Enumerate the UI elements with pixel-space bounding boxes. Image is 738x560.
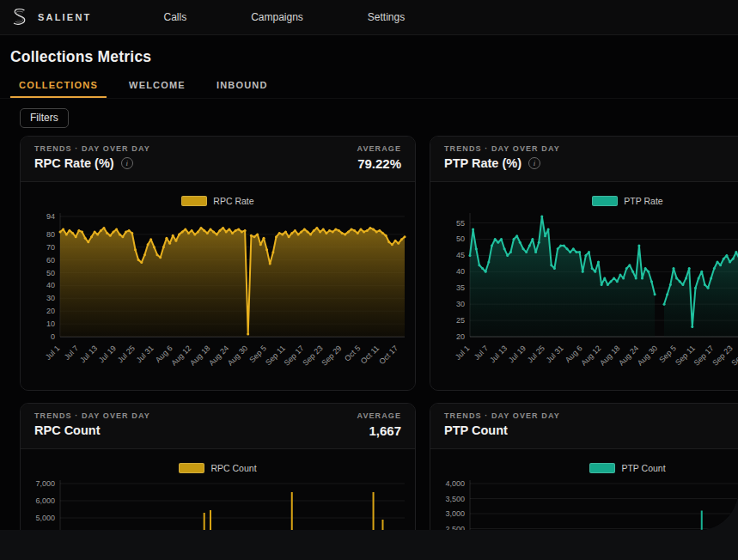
- legend-label: RPC Count: [210, 463, 256, 473]
- app-window: SALIENT Calls Campaigns Settings Collect…: [0, 0, 738, 530]
- card-title: RPC Rate (%): [34, 156, 114, 170]
- top-navbar: SALIENT Calls Campaigns Settings: [0, 0, 738, 35]
- svg-text:Jul 13: Jul 13: [78, 344, 99, 364]
- info-icon[interactable]: i: [528, 157, 540, 169]
- chart-legend: PTP Rate: [436, 196, 738, 206]
- legend-label: PTP Rate: [624, 196, 662, 206]
- card-ptp-rate-header: TRENDS · DAY OVER DAY PTP Rate (%) i: [430, 137, 738, 182]
- svg-text:Jul 31: Jul 31: [545, 344, 565, 364]
- svg-text:20: 20: [46, 307, 55, 315]
- ptp-count-chart: 05001,0001,5002,0002,5003,0003,5004,000J…: [436, 475, 738, 530]
- svg-text:Jul 1: Jul 1: [44, 344, 62, 362]
- svg-text:70: 70: [46, 243, 55, 252]
- card-title: PTP Count: [444, 423, 508, 437]
- legend-label: PTP Count: [621, 463, 665, 473]
- card-rpc-count: TRENDS · DAY OVER DAY RPC Count i AVERAG…: [20, 403, 416, 530]
- svg-text:30: 30: [456, 300, 465, 308]
- chart-legend: PTP Count: [436, 463, 738, 473]
- rpc-count-chart: 01,0002,0003,0004,0005,0006,0007,000Jul …: [26, 475, 412, 530]
- chart-legend: RPC Count: [26, 463, 410, 473]
- tab-collections-label: COLLECTIONS: [19, 80, 98, 90]
- svg-text:7,000: 7,000: [35, 479, 55, 488]
- legend-swatch: [592, 196, 618, 206]
- nav-item-campaigns[interactable]: Campaigns: [251, 11, 303, 23]
- svg-text:55: 55: [456, 219, 465, 228]
- tab-bar: COLLECTIONS WELCOME INBOUND: [0, 72, 738, 99]
- svg-text:Aug 30: Aug 30: [636, 344, 659, 367]
- svg-text:Jul 31: Jul 31: [135, 344, 156, 364]
- card-ptp-count: TRENDS · DAY OVER DAY PTP Count i PTP Co…: [430, 403, 738, 530]
- svg-text:Jul 13: Jul 13: [488, 344, 509, 364]
- brand[interactable]: SALIENT: [9, 6, 91, 28]
- svg-text:Aug 30: Aug 30: [226, 344, 249, 367]
- svg-text:20: 20: [456, 332, 465, 341]
- card-body: PTP Rate 2025303540455055Jul 1Jul 7Jul 1…: [430, 182, 738, 390]
- svg-text:Jul 25: Jul 25: [526, 344, 546, 364]
- page-head: Collections Metrics: [0, 35, 738, 72]
- card-rpc-rate: TRENDS · DAY OVER DAY RPC Rate (%) i AVE…: [20, 136, 416, 391]
- ptp-rate-chart: 2025303540455055Jul 1Jul 7Jul 13Jul 19Ju…: [436, 208, 738, 385]
- svg-text:5,000: 5,000: [35, 514, 55, 522]
- svg-text:Oct 17: Oct 17: [377, 344, 399, 366]
- card-eyebrow: TRENDS · DAY OVER DAY: [444, 411, 560, 420]
- average-value: 1,667: [357, 423, 401, 438]
- legend-swatch: [589, 463, 615, 473]
- svg-text:Sep 23: Sep 23: [301, 344, 324, 367]
- average-label: AVERAGE: [357, 411, 401, 420]
- filters-button[interactable]: Filters: [20, 108, 69, 128]
- svg-text:2,500: 2,500: [445, 525, 465, 531]
- legend-swatch: [181, 196, 207, 206]
- tab-collections[interactable]: COLLECTIONS: [10, 72, 107, 98]
- card-average: AVERAGE 79.22%: [357, 144, 401, 171]
- card-eyebrow: TRENDS · DAY OVER DAY: [444, 144, 560, 153]
- svg-text:40: 40: [46, 281, 55, 289]
- chart-legend: RPC Rate: [26, 196, 410, 206]
- svg-text:50: 50: [46, 269, 55, 277]
- nav-item-calls[interactable]: Calls: [163, 11, 186, 23]
- svg-text:Sep 17: Sep 17: [692, 344, 716, 367]
- svg-text:40: 40: [456, 267, 465, 276]
- svg-text:Oct 11: Oct 11: [359, 344, 381, 365]
- tab-welcome[interactable]: WELCOME: [120, 72, 194, 98]
- tab-inbound[interactable]: INBOUND: [208, 72, 277, 98]
- card-rpc-count-header: TRENDS · DAY OVER DAY RPC Count i AVERAG…: [21, 404, 415, 449]
- svg-text:10: 10: [46, 320, 55, 328]
- svg-text:Sep 17: Sep 17: [283, 344, 306, 367]
- card-average: AVERAGE 1,667: [357, 411, 401, 438]
- svg-text:Sep 29: Sep 29: [320, 344, 343, 367]
- svg-text:60: 60: [46, 256, 55, 265]
- card-eyebrow: TRENDS · DAY OVER DAY: [34, 144, 150, 153]
- info-icon[interactable]: i: [121, 157, 133, 169]
- svg-text:50: 50: [456, 234, 465, 243]
- svg-text:Aug 12: Aug 12: [579, 344, 602, 367]
- svg-text:0: 0: [51, 332, 55, 341]
- svg-text:4,000: 4,000: [445, 479, 465, 488]
- svg-text:80: 80: [46, 230, 55, 239]
- card-body: PTP Count 05001,0001,5002,0002,5003,0003…: [430, 449, 738, 530]
- svg-text:3,000: 3,000: [445, 509, 465, 518]
- main-nav: Calls Campaigns Settings: [163, 11, 405, 23]
- svg-text:Jul 19: Jul 19: [507, 344, 528, 364]
- tab-inbound-label: INBOUND: [217, 80, 268, 90]
- svg-text:Jul 19: Jul 19: [97, 344, 118, 364]
- nav-item-settings[interactable]: Settings: [368, 11, 405, 23]
- card-body: RPC Count 01,0002,0003,0004,0005,0006,00…: [21, 449, 415, 530]
- card-title: RPC Count: [34, 423, 101, 437]
- card-title: PTP Rate (%): [444, 156, 521, 170]
- svg-text:3,500: 3,500: [445, 495, 465, 503]
- svg-text:Aug 24: Aug 24: [617, 344, 640, 367]
- svg-text:Aug 18: Aug 18: [598, 344, 621, 367]
- card-eyebrow: TRENDS · DAY OVER DAY: [34, 411, 150, 420]
- svg-text:Aug 18: Aug 18: [188, 344, 211, 367]
- svg-text:Sep 23: Sep 23: [711, 344, 734, 367]
- card-body: RPC Rate 0102030405060708094Jul 1Jul 7Ju…: [21, 182, 415, 390]
- legend-label: RPC Rate: [213, 196, 253, 206]
- card-ptp-count-header: TRENDS · DAY OVER DAY PTP Count i: [430, 404, 738, 449]
- svg-text:Jul 25: Jul 25: [116, 344, 137, 364]
- legend-swatch: [179, 463, 204, 473]
- svg-text:Aug 24: Aug 24: [207, 344, 230, 367]
- svg-text:Jul 1: Jul 1: [454, 344, 472, 362]
- salient-logo-icon: [9, 6, 31, 28]
- page-title: Collections Metrics: [10, 48, 728, 66]
- card-rpc-rate-header: TRENDS · DAY OVER DAY RPC Rate (%) i AVE…: [21, 137, 415, 182]
